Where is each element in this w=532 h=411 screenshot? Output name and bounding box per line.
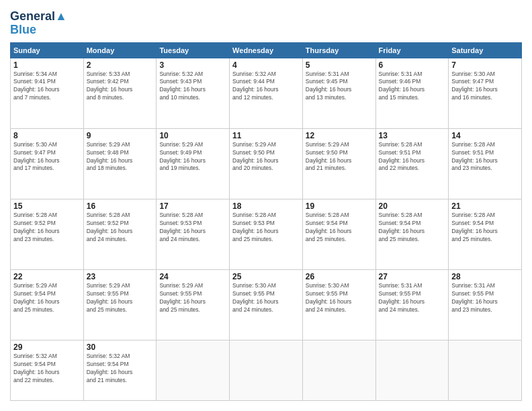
day-number: 25 [232, 272, 300, 281]
logo-text: General▲Blue [10, 10, 67, 37]
calendar-cell: 13Sunrise: 5:28 AMSunset: 9:51 PMDayligh… [375, 128, 449, 199]
day-number: 14 [451, 131, 519, 140]
day-info: Sunrise: 5:29 AMSunset: 9:50 PMDaylight:… [306, 141, 373, 173]
header: General▲Blue [10, 10, 522, 37]
calendar-cell: 3Sunrise: 5:32 AMSunset: 9:43 PMDaylight… [157, 58, 230, 128]
weekday-header-wednesday: Wednesday [230, 42, 303, 58]
day-number: 30 [87, 342, 154, 352]
calendar-cell: 30Sunrise: 5:32 AMSunset: 9:54 PMDayligh… [83, 340, 157, 401]
day-info: Sunrise: 5:29 AMSunset: 9:55 PMDaylight:… [87, 282, 154, 314]
calendar-cell: 6Sunrise: 5:31 AMSunset: 9:46 PMDaylight… [375, 58, 449, 128]
day-number: 29 [13, 342, 81, 352]
calendar-cell [230, 340, 303, 401]
day-number: 4 [232, 60, 300, 70]
day-number: 11 [232, 131, 300, 140]
logo: General▲Blue [10, 10, 67, 37]
day-info: Sunrise: 5:28 AMSunset: 9:51 PMDaylight:… [451, 141, 519, 173]
calendar-cell: 11Sunrise: 5:29 AMSunset: 9:50 PMDayligh… [230, 128, 303, 199]
day-number: 18 [232, 201, 300, 211]
calendar-cell [375, 340, 449, 401]
day-number: 28 [451, 272, 519, 281]
day-number: 26 [306, 272, 373, 281]
day-info: Sunrise: 5:30 AMSunset: 9:47 PMDaylight:… [451, 71, 519, 103]
calendar-cell: 4Sunrise: 5:32 AMSunset: 9:44 PMDaylight… [230, 58, 303, 128]
day-number: 2 [87, 60, 154, 70]
day-number: 21 [451, 201, 519, 211]
day-info: Sunrise: 5:28 AMSunset: 9:53 PMDaylight:… [232, 212, 300, 244]
weekday-header-sunday: Sunday [11, 42, 84, 58]
day-number: 13 [379, 131, 446, 140]
calendar-cell: 14Sunrise: 5:28 AMSunset: 9:51 PMDayligh… [449, 128, 522, 199]
calendar-cell: 29Sunrise: 5:32 AMSunset: 9:54 PMDayligh… [11, 340, 84, 401]
calendar-cell [157, 340, 230, 401]
day-info: Sunrise: 5:32 AMSunset: 9:43 PMDaylight:… [159, 71, 226, 103]
page: General▲Blue SundayMondayTuesdayWednesda… [0, 0, 532, 411]
calendar-table: SundayMondayTuesdayWednesdayThursdayFrid… [10, 42, 522, 401]
weekday-header-monday: Monday [83, 42, 157, 58]
day-number: 23 [87, 272, 154, 281]
calendar-cell: 28Sunrise: 5:31 AMSunset: 9:55 PMDayligh… [449, 270, 522, 340]
weekday-header-tuesday: Tuesday [157, 42, 230, 58]
day-number: 9 [87, 131, 154, 140]
calendar-cell: 10Sunrise: 5:29 AMSunset: 9:49 PMDayligh… [157, 128, 230, 199]
day-number: 22 [13, 272, 81, 281]
week-row-2: 8Sunrise: 5:30 AMSunset: 9:47 PMDaylight… [11, 128, 522, 199]
day-number: 12 [306, 131, 373, 140]
calendar-cell: 19Sunrise: 5:28 AMSunset: 9:54 PMDayligh… [302, 199, 375, 269]
calendar-cell: 12Sunrise: 5:29 AMSunset: 9:50 PMDayligh… [302, 128, 375, 199]
day-info: Sunrise: 5:29 AMSunset: 9:54 PMDaylight:… [13, 282, 81, 314]
day-info: Sunrise: 5:28 AMSunset: 9:52 PMDaylight:… [87, 212, 154, 244]
day-info: Sunrise: 5:32 AMSunset: 9:44 PMDaylight:… [232, 71, 300, 103]
day-info: Sunrise: 5:32 AMSunset: 9:54 PMDaylight:… [13, 353, 81, 385]
day-info: Sunrise: 5:28 AMSunset: 9:54 PMDaylight:… [451, 212, 519, 244]
day-info: Sunrise: 5:29 AMSunset: 9:50 PMDaylight:… [232, 141, 300, 173]
day-info: Sunrise: 5:31 AMSunset: 9:45 PMDaylight:… [306, 71, 373, 103]
day-number: 5 [306, 60, 373, 70]
day-info: Sunrise: 5:28 AMSunset: 9:54 PMDaylight:… [379, 212, 446, 244]
day-number: 6 [379, 60, 446, 70]
day-number: 16 [87, 201, 154, 211]
day-info: Sunrise: 5:28 AMSunset: 9:52 PMDaylight:… [13, 212, 81, 244]
calendar-cell: 2Sunrise: 5:33 AMSunset: 9:42 PMDaylight… [83, 58, 157, 128]
day-info: Sunrise: 5:29 AMSunset: 9:49 PMDaylight:… [159, 141, 226, 173]
day-number: 17 [159, 201, 226, 211]
week-row-5: 29Sunrise: 5:32 AMSunset: 9:54 PMDayligh… [11, 340, 522, 401]
day-number: 15 [13, 201, 81, 211]
calendar-cell: 20Sunrise: 5:28 AMSunset: 9:54 PMDayligh… [375, 199, 449, 269]
day-info: Sunrise: 5:33 AMSunset: 9:42 PMDaylight:… [87, 71, 154, 103]
calendar-cell [449, 340, 522, 401]
day-number: 1 [13, 60, 81, 70]
calendar-cell: 23Sunrise: 5:29 AMSunset: 9:55 PMDayligh… [83, 270, 157, 340]
calendar-cell: 27Sunrise: 5:31 AMSunset: 9:55 PMDayligh… [375, 270, 449, 340]
calendar-cell: 7Sunrise: 5:30 AMSunset: 9:47 PMDaylight… [449, 58, 522, 128]
day-number: 3 [159, 60, 226, 70]
calendar-cell: 15Sunrise: 5:28 AMSunset: 9:52 PMDayligh… [11, 199, 84, 269]
day-number: 7 [451, 60, 519, 70]
day-info: Sunrise: 5:31 AMSunset: 9:46 PMDaylight:… [379, 71, 446, 103]
week-row-1: 1Sunrise: 5:34 AMSunset: 9:41 PMDaylight… [11, 58, 522, 128]
day-info: Sunrise: 5:32 AMSunset: 9:54 PMDaylight:… [87, 353, 154, 385]
calendar-cell: 22Sunrise: 5:29 AMSunset: 9:54 PMDayligh… [11, 270, 84, 340]
day-info: Sunrise: 5:30 AMSunset: 9:55 PMDaylight:… [306, 282, 373, 314]
day-info: Sunrise: 5:31 AMSunset: 9:55 PMDaylight:… [451, 282, 519, 314]
weekday-header-thursday: Thursday [302, 42, 375, 58]
calendar-cell: 26Sunrise: 5:30 AMSunset: 9:55 PMDayligh… [302, 270, 375, 340]
calendar-cell: 18Sunrise: 5:28 AMSunset: 9:53 PMDayligh… [230, 199, 303, 269]
calendar-cell: 5Sunrise: 5:31 AMSunset: 9:45 PMDaylight… [302, 58, 375, 128]
weekday-header-saturday: Saturday [449, 42, 522, 58]
calendar-cell: 8Sunrise: 5:30 AMSunset: 9:47 PMDaylight… [11, 128, 84, 199]
day-info: Sunrise: 5:30 AMSunset: 9:55 PMDaylight:… [232, 282, 300, 314]
week-row-4: 22Sunrise: 5:29 AMSunset: 9:54 PMDayligh… [11, 270, 522, 340]
day-number: 8 [13, 131, 81, 140]
day-number: 19 [306, 201, 373, 211]
calendar-cell [302, 340, 375, 401]
day-info: Sunrise: 5:28 AMSunset: 9:53 PMDaylight:… [159, 212, 226, 244]
weekday-header-row: SundayMondayTuesdayWednesdayThursdayFrid… [11, 42, 522, 58]
calendar-cell: 9Sunrise: 5:29 AMSunset: 9:48 PMDaylight… [83, 128, 157, 199]
day-number: 20 [379, 201, 446, 211]
weekday-header-friday: Friday [375, 42, 449, 58]
calendar-cell: 21Sunrise: 5:28 AMSunset: 9:54 PMDayligh… [449, 199, 522, 269]
calendar-cell: 1Sunrise: 5:34 AMSunset: 9:41 PMDaylight… [11, 58, 84, 128]
day-info: Sunrise: 5:28 AMSunset: 9:51 PMDaylight:… [379, 141, 446, 173]
day-number: 10 [159, 131, 226, 140]
